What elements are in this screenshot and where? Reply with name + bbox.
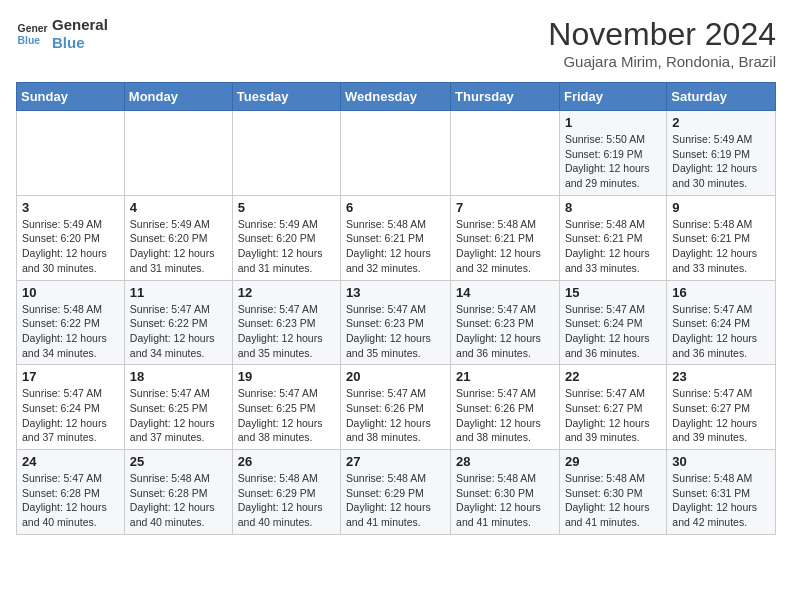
day-number: 7 [456, 200, 554, 215]
calendar-cell: 18Sunrise: 5:47 AMSunset: 6:25 PMDayligh… [124, 365, 232, 450]
day-info: Sunrise: 5:48 AMSunset: 6:29 PMDaylight:… [346, 471, 445, 530]
title-block: November 2024 Guajara Mirim, Rondonia, B… [548, 16, 776, 70]
calendar-cell: 9Sunrise: 5:48 AMSunset: 6:21 PMDaylight… [667, 195, 776, 280]
page-header: General Blue General Blue November 2024 … [16, 16, 776, 70]
day-number: 26 [238, 454, 335, 469]
calendar-cell [451, 111, 560, 196]
day-info: Sunrise: 5:49 AMSunset: 6:20 PMDaylight:… [238, 217, 335, 276]
day-number: 29 [565, 454, 661, 469]
calendar-cell [124, 111, 232, 196]
day-info: Sunrise: 5:48 AMSunset: 6:31 PMDaylight:… [672, 471, 770, 530]
day-number: 25 [130, 454, 227, 469]
calendar-week-3: 10Sunrise: 5:48 AMSunset: 6:22 PMDayligh… [17, 280, 776, 365]
day-number: 14 [456, 285, 554, 300]
calendar-cell: 22Sunrise: 5:47 AMSunset: 6:27 PMDayligh… [559, 365, 666, 450]
day-info: Sunrise: 5:49 AMSunset: 6:19 PMDaylight:… [672, 132, 770, 191]
logo-blue: Blue [52, 34, 108, 52]
calendar-cell: 23Sunrise: 5:47 AMSunset: 6:27 PMDayligh… [667, 365, 776, 450]
day-info: Sunrise: 5:47 AMSunset: 6:23 PMDaylight:… [238, 302, 335, 361]
day-number: 8 [565, 200, 661, 215]
day-info: Sunrise: 5:47 AMSunset: 6:26 PMDaylight:… [346, 386, 445, 445]
day-number: 1 [565, 115, 661, 130]
calendar-cell: 27Sunrise: 5:48 AMSunset: 6:29 PMDayligh… [341, 450, 451, 535]
calendar-cell: 20Sunrise: 5:47 AMSunset: 6:26 PMDayligh… [341, 365, 451, 450]
day-number: 11 [130, 285, 227, 300]
calendar-cell: 14Sunrise: 5:47 AMSunset: 6:23 PMDayligh… [451, 280, 560, 365]
weekday-header-monday: Monday [124, 83, 232, 111]
day-number: 23 [672, 369, 770, 384]
day-number: 5 [238, 200, 335, 215]
calendar-cell: 26Sunrise: 5:48 AMSunset: 6:29 PMDayligh… [232, 450, 340, 535]
calendar-cell [17, 111, 125, 196]
day-info: Sunrise: 5:47 AMSunset: 6:22 PMDaylight:… [130, 302, 227, 361]
calendar-cell: 15Sunrise: 5:47 AMSunset: 6:24 PMDayligh… [559, 280, 666, 365]
location-subtitle: Guajara Mirim, Rondonia, Brazil [548, 53, 776, 70]
day-number: 20 [346, 369, 445, 384]
day-info: Sunrise: 5:47 AMSunset: 6:27 PMDaylight:… [565, 386, 661, 445]
day-info: Sunrise: 5:48 AMSunset: 6:22 PMDaylight:… [22, 302, 119, 361]
calendar-cell: 4Sunrise: 5:49 AMSunset: 6:20 PMDaylight… [124, 195, 232, 280]
weekday-header-tuesday: Tuesday [232, 83, 340, 111]
weekday-header-thursday: Thursday [451, 83, 560, 111]
day-number: 4 [130, 200, 227, 215]
day-number: 13 [346, 285, 445, 300]
calendar-cell [232, 111, 340, 196]
day-info: Sunrise: 5:48 AMSunset: 6:29 PMDaylight:… [238, 471, 335, 530]
day-info: Sunrise: 5:47 AMSunset: 6:28 PMDaylight:… [22, 471, 119, 530]
calendar-cell: 30Sunrise: 5:48 AMSunset: 6:31 PMDayligh… [667, 450, 776, 535]
calendar-cell: 16Sunrise: 5:47 AMSunset: 6:24 PMDayligh… [667, 280, 776, 365]
day-info: Sunrise: 5:48 AMSunset: 6:21 PMDaylight:… [456, 217, 554, 276]
svg-text:General: General [18, 23, 48, 34]
calendar-cell: 8Sunrise: 5:48 AMSunset: 6:21 PMDaylight… [559, 195, 666, 280]
calendar-cell: 6Sunrise: 5:48 AMSunset: 6:21 PMDaylight… [341, 195, 451, 280]
day-info: Sunrise: 5:49 AMSunset: 6:20 PMDaylight:… [130, 217, 227, 276]
day-info: Sunrise: 5:47 AMSunset: 6:27 PMDaylight:… [672, 386, 770, 445]
calendar-week-1: 1Sunrise: 5:50 AMSunset: 6:19 PMDaylight… [17, 111, 776, 196]
calendar-header-row: SundayMondayTuesdayWednesdayThursdayFrid… [17, 83, 776, 111]
day-info: Sunrise: 5:47 AMSunset: 6:24 PMDaylight:… [22, 386, 119, 445]
logo-general: General [52, 16, 108, 34]
calendar-cell: 28Sunrise: 5:48 AMSunset: 6:30 PMDayligh… [451, 450, 560, 535]
day-info: Sunrise: 5:47 AMSunset: 6:25 PMDaylight:… [130, 386, 227, 445]
calendar-cell: 5Sunrise: 5:49 AMSunset: 6:20 PMDaylight… [232, 195, 340, 280]
day-info: Sunrise: 5:47 AMSunset: 6:23 PMDaylight:… [346, 302, 445, 361]
svg-text:Blue: Blue [18, 35, 41, 46]
day-number: 27 [346, 454, 445, 469]
day-info: Sunrise: 5:48 AMSunset: 6:30 PMDaylight:… [456, 471, 554, 530]
day-info: Sunrise: 5:48 AMSunset: 6:21 PMDaylight:… [565, 217, 661, 276]
day-number: 16 [672, 285, 770, 300]
calendar-week-5: 24Sunrise: 5:47 AMSunset: 6:28 PMDayligh… [17, 450, 776, 535]
day-info: Sunrise: 5:48 AMSunset: 6:21 PMDaylight:… [672, 217, 770, 276]
calendar-week-2: 3Sunrise: 5:49 AMSunset: 6:20 PMDaylight… [17, 195, 776, 280]
month-title: November 2024 [548, 16, 776, 53]
day-info: Sunrise: 5:47 AMSunset: 6:23 PMDaylight:… [456, 302, 554, 361]
calendar-cell: 12Sunrise: 5:47 AMSunset: 6:23 PMDayligh… [232, 280, 340, 365]
weekday-header-wednesday: Wednesday [341, 83, 451, 111]
calendar-cell: 2Sunrise: 5:49 AMSunset: 6:19 PMDaylight… [667, 111, 776, 196]
calendar-cell: 13Sunrise: 5:47 AMSunset: 6:23 PMDayligh… [341, 280, 451, 365]
calendar-cell: 7Sunrise: 5:48 AMSunset: 6:21 PMDaylight… [451, 195, 560, 280]
calendar-cell: 21Sunrise: 5:47 AMSunset: 6:26 PMDayligh… [451, 365, 560, 450]
calendar-cell: 3Sunrise: 5:49 AMSunset: 6:20 PMDaylight… [17, 195, 125, 280]
calendar-cell [341, 111, 451, 196]
day-number: 12 [238, 285, 335, 300]
calendar-week-4: 17Sunrise: 5:47 AMSunset: 6:24 PMDayligh… [17, 365, 776, 450]
day-number: 9 [672, 200, 770, 215]
calendar-cell: 10Sunrise: 5:48 AMSunset: 6:22 PMDayligh… [17, 280, 125, 365]
calendar-cell: 25Sunrise: 5:48 AMSunset: 6:28 PMDayligh… [124, 450, 232, 535]
day-number: 24 [22, 454, 119, 469]
day-info: Sunrise: 5:48 AMSunset: 6:21 PMDaylight:… [346, 217, 445, 276]
day-number: 30 [672, 454, 770, 469]
day-info: Sunrise: 5:48 AMSunset: 6:28 PMDaylight:… [130, 471, 227, 530]
day-number: 3 [22, 200, 119, 215]
day-info: Sunrise: 5:50 AMSunset: 6:19 PMDaylight:… [565, 132, 661, 191]
day-info: Sunrise: 5:47 AMSunset: 6:24 PMDaylight:… [565, 302, 661, 361]
logo: General Blue General Blue [16, 16, 108, 52]
calendar-table: SundayMondayTuesdayWednesdayThursdayFrid… [16, 82, 776, 535]
calendar-cell: 17Sunrise: 5:47 AMSunset: 6:24 PMDayligh… [17, 365, 125, 450]
day-number: 2 [672, 115, 770, 130]
day-number: 28 [456, 454, 554, 469]
day-info: Sunrise: 5:47 AMSunset: 6:26 PMDaylight:… [456, 386, 554, 445]
day-number: 10 [22, 285, 119, 300]
day-info: Sunrise: 5:48 AMSunset: 6:30 PMDaylight:… [565, 471, 661, 530]
